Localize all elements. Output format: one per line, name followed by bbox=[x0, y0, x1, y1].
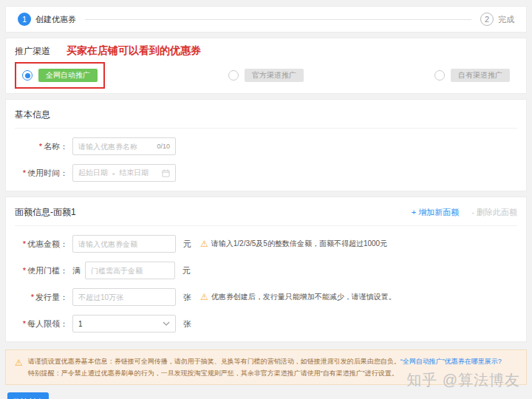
basic-section-title: 基本信息 bbox=[15, 109, 50, 121]
issue-quantity-warning: ⚠ 优惠券创建后，发行量只能增加不能减少，请谨慎设置。 bbox=[200, 292, 396, 302]
channel-option-official[interactable]: 官方渠道推广 bbox=[228, 69, 304, 82]
stepper: 1 创建优惠券 2 完成 bbox=[5, 6, 527, 33]
date-separator: - bbox=[112, 169, 115, 177]
coupon-name-input[interactable] bbox=[78, 143, 154, 151]
date-range-picker[interactable]: 起始日期 - 结束日期 bbox=[72, 164, 176, 182]
required-mark: * bbox=[31, 293, 34, 301]
stepper-connector bbox=[85, 19, 471, 20]
add-denomination-link[interactable]: + 增加新面额 bbox=[412, 208, 459, 216]
required-mark: * bbox=[23, 168, 26, 177]
threshold-field[interactable] bbox=[85, 262, 175, 279]
end-date-placeholder[interactable]: 结束日期 bbox=[119, 168, 149, 178]
step1-circle: 1 bbox=[18, 13, 31, 26]
threshold-input[interactable] bbox=[91, 267, 169, 275]
threshold-prefix: 满 bbox=[72, 265, 81, 276]
required-mark: * bbox=[23, 266, 26, 275]
char-counter: 0/10 bbox=[157, 143, 170, 150]
start-date-placeholder[interactable]: 起始日期 bbox=[78, 168, 108, 178]
red-handwritten-annotation: 买家在店铺可以看到的优惠券 bbox=[66, 44, 201, 58]
chevron-down-icon bbox=[163, 321, 170, 326]
step2-circle: 2 bbox=[480, 13, 494, 26]
coupon-create-page: 1 创建优惠券 2 完成 推广渠道 买家在店铺可以看到的优惠券 全网自动推广 官… bbox=[0, 0, 532, 399]
required-mark: * bbox=[23, 319, 26, 328]
channel-badge-official[interactable]: 官方渠道推广 bbox=[245, 69, 304, 82]
channel-section-title: 推广渠道 bbox=[15, 45, 50, 58]
denomination-section-title: 面额信息-面额1 bbox=[15, 206, 76, 219]
delete-denomination-link[interactable]: - 删除此面额 bbox=[471, 208, 517, 216]
threshold-label: *使用门槛： bbox=[15, 265, 68, 276]
where-displayed-link[interactable]: “全网自动推广”优惠券在哪里展示? bbox=[400, 358, 502, 365]
notice-line1: 请谨慎设置优惠券基本信息：券链接可全网传播，请勿用于抽奖、兑换等有门槛的营销活动… bbox=[28, 355, 502, 367]
amount-warning: ⚠ 请输入1/2/3/5及5的整数倍金额，面额不得超过1000元 bbox=[200, 239, 387, 249]
radio-unselected-icon[interactable] bbox=[434, 70, 445, 81]
amount-label: *优惠金额： bbox=[15, 239, 68, 250]
use-time-label: *使用时间： bbox=[15, 168, 68, 179]
amount-unit: 元 bbox=[183, 239, 191, 250]
step-create-coupon: 1 创建优惠券 bbox=[18, 13, 76, 26]
amount-field[interactable] bbox=[72, 235, 176, 253]
warning-triangle-icon: ⚠ bbox=[15, 355, 23, 379]
name-label: *名称： bbox=[15, 141, 68, 152]
radio-unselected-icon[interactable] bbox=[228, 70, 239, 81]
issue-quantity-input[interactable] bbox=[78, 293, 170, 301]
channel-badge-auto-network[interactable]: 全网自动推广 bbox=[38, 69, 98, 82]
channel-badge-own[interactable]: 自有渠道推广 bbox=[451, 69, 510, 82]
amount-row: *优惠金额： 元 ⚠ 请输入1/2/3/5及5的整数倍金额，面额不得超过1000… bbox=[15, 235, 517, 253]
threshold-unit: 元 bbox=[183, 265, 191, 276]
denomination-section: 面额信息-面额1 + 增加新面额 - 删除此面额 *优惠金额： 元 ⚠ 请输入1… bbox=[5, 197, 527, 342]
per-person-limit-value: 1 bbox=[78, 320, 83, 328]
per-person-limit-unit: 张 bbox=[183, 318, 191, 330]
channel-option-auto-network[interactable]: 全网自动推广 bbox=[22, 69, 98, 82]
coupon-name-field[interactable]: 0/10 bbox=[72, 137, 176, 155]
channel-option-own[interactable]: 自有渠道推广 bbox=[434, 69, 510, 82]
promotion-channel-section: 推广渠道 买家在店铺可以看到的优惠券 全网自动推广 官方渠道推广 自有渠道推广 bbox=[5, 38, 527, 94]
confirm-create-button[interactable]: 确认创建 bbox=[7, 392, 49, 399]
step2-label: 完成 bbox=[498, 14, 514, 25]
radio-selected-icon[interactable] bbox=[22, 70, 33, 81]
required-mark: * bbox=[23, 239, 26, 248]
issue-quantity-label: *发行量： bbox=[15, 292, 68, 303]
per-person-limit-row: *每人限领： 1 张 bbox=[15, 315, 517, 332]
required-mark: * bbox=[39, 142, 42, 151]
per-person-limit-label: *每人限领： bbox=[15, 318, 68, 330]
step1-label: 创建优惠券 bbox=[35, 14, 76, 25]
per-person-limit-select[interactable]: 1 bbox=[72, 315, 176, 332]
warning-triangle-icon: ⚠ bbox=[200, 239, 208, 249]
issue-quantity-row: *发行量： 张 ⚠ 优惠券创建后，发行量只能增加不能减少，请谨慎设置。 bbox=[15, 288, 517, 306]
calendar-icon[interactable] bbox=[162, 169, 170, 177]
name-row: *名称： 0/10 bbox=[15, 137, 517, 155]
watermark-text: 知乎 @算法博友 bbox=[406, 370, 520, 390]
amount-input[interactable] bbox=[78, 240, 170, 248]
issue-quantity-field[interactable] bbox=[72, 288, 176, 306]
warning-triangle-icon: ⚠ bbox=[200, 292, 208, 302]
issue-quantity-unit: 张 bbox=[183, 292, 191, 303]
step-complete: 2 完成 bbox=[480, 13, 514, 26]
threshold-row: *使用门槛： 满 元 bbox=[15, 262, 517, 279]
basic-info-section: 基本信息 *名称： 0/10 *使用时间： 起始日期 - 结束日期 bbox=[5, 99, 527, 191]
use-time-row: *使用时间： 起始日期 - 结束日期 bbox=[15, 164, 517, 182]
